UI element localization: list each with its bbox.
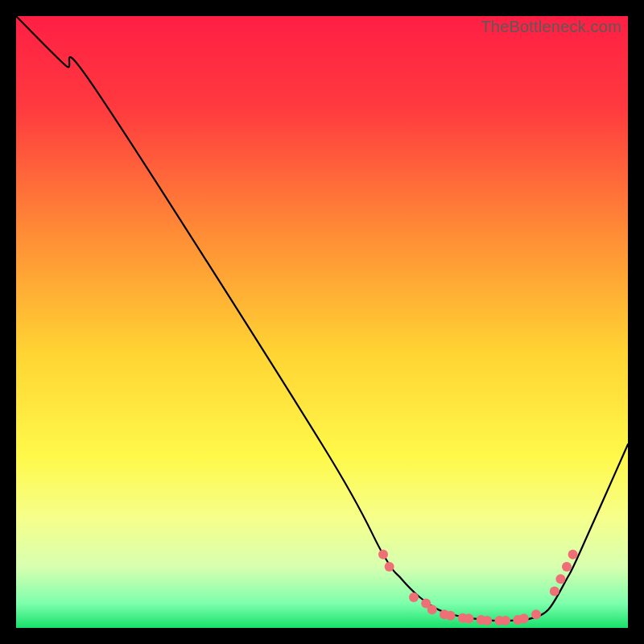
chart-frame: TheBottleneck.com xyxy=(16,16,628,628)
curve-marker xyxy=(531,609,541,619)
curve-marker xyxy=(519,614,529,624)
curve-marker xyxy=(464,614,473,624)
curve-marker xyxy=(482,616,492,625)
curve-marker xyxy=(550,586,559,596)
curve-marker xyxy=(427,605,437,614)
curve-marker xyxy=(446,611,456,621)
bottleneck-chart xyxy=(16,16,628,628)
curve-marker xyxy=(555,574,565,584)
curve-marker xyxy=(562,562,572,572)
curve-marker xyxy=(409,592,419,602)
watermark-text: TheBottleneck.com xyxy=(481,18,621,36)
curve-marker xyxy=(378,550,388,559)
curve-marker xyxy=(385,562,394,572)
curve-marker xyxy=(501,616,510,625)
curve-marker xyxy=(568,550,578,559)
